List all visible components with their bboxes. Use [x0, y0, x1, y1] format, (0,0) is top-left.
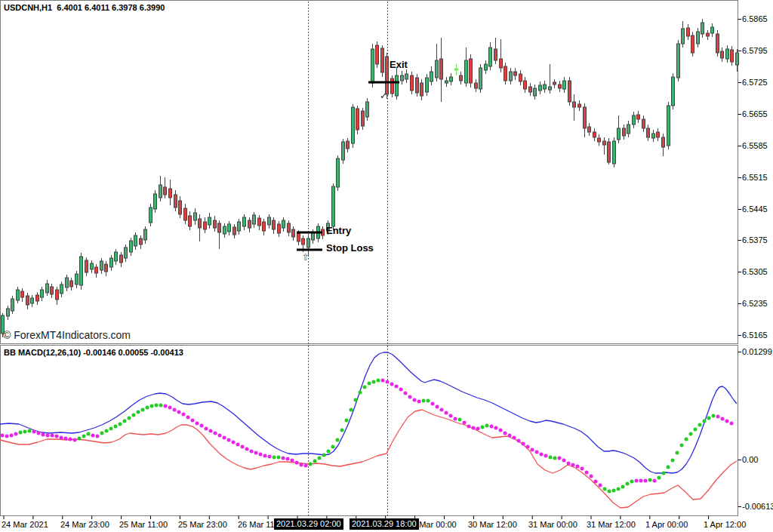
candle-body [337, 158, 340, 187]
price-axis-label: 6.5795 [742, 46, 768, 55]
candle-body [66, 278, 69, 288]
chart-canvas[interactable] [0, 0, 773, 532]
candle-body [405, 74, 408, 79]
bbmacd-dot [685, 438, 688, 441]
candle-body [204, 222, 207, 229]
candle-body [91, 263, 94, 269]
candle-body [633, 115, 636, 125]
bbmacd-dot [64, 437, 68, 441]
bbmacd-dot [42, 433, 45, 437]
candle-body [711, 27, 714, 33]
candle-body [455, 69, 458, 70]
symbol-ohlc-header: USDCNH,H1 6.4001 6.4011 6.3978 6.3990 [4, 3, 165, 12]
bbmacd-dot [60, 436, 63, 440]
bbmacd-dot [28, 429, 32, 433]
bbmacd-dot [345, 419, 349, 423]
candle-body [539, 85, 542, 91]
candle-body [263, 222, 266, 231]
candle-body [159, 185, 162, 198]
bbmacd-dot [196, 422, 199, 426]
price-axis-label: 6.5655 [742, 109, 768, 118]
candle-body [445, 81, 448, 83]
bbmacd-dot [295, 461, 299, 465]
bbmacd-dot [427, 399, 430, 403]
candle-body [154, 194, 157, 209]
candle-body [697, 32, 700, 44]
bbmacd-dot [273, 456, 276, 460]
candle-body [479, 68, 482, 89]
bbmacd-dot [712, 414, 716, 418]
candle-body [494, 49, 497, 60]
bbmacd-dot [19, 431, 23, 435]
candle-body [194, 213, 197, 220]
bbmacd-dot [331, 445, 335, 449]
bbmacd-dot [508, 434, 512, 438]
bbmacd-dot [78, 437, 82, 441]
bbmacd-dot [567, 462, 571, 466]
candle-body [553, 82, 556, 85]
bbmacd-dot [214, 432, 217, 435]
bbmacd-dot [350, 408, 353, 412]
bbmacd-dot [177, 411, 181, 414]
bbmacd-dot [363, 386, 367, 389]
bbmacd-dot [46, 434, 50, 438]
time-axis-label: 31 Mar 12:00 [587, 520, 636, 529]
candle-body [450, 77, 453, 81]
bbmacd-dot [630, 480, 634, 484]
candle-body [115, 252, 118, 261]
bbmacd-dot [476, 427, 480, 431]
time-axis-label: 1 Apr 12:00 [704, 520, 746, 529]
candle-body [401, 75, 404, 81]
indicator-pane [1, 346, 738, 516]
bbmacd-dot [236, 443, 240, 447]
bbmacd-dot [504, 432, 507, 435]
bbmacd-dot [309, 463, 313, 466]
candle-body [95, 267, 98, 273]
candle-body [514, 72, 517, 75]
bbmacd-dot [608, 490, 611, 494]
bbmacd-dot [549, 456, 553, 460]
bbmacd-dot [223, 436, 226, 440]
bbmacd-dot [32, 430, 36, 434]
price-axis-label: 6.5305 [742, 267, 768, 276]
candle-body [510, 72, 513, 81]
exit-check-icon: ✓ [380, 91, 387, 101]
bbmacd-dot [105, 429, 109, 433]
price-axis-label: 6.5515 [742, 173, 768, 182]
bbmacd-dot [417, 400, 421, 404]
price-axis-label: 6.5165 [742, 331, 768, 340]
candle-body [356, 109, 359, 130]
bbmacd-dot [408, 395, 412, 399]
bbmacd-dot [544, 454, 548, 458]
candle-body [70, 281, 73, 287]
candle-body [243, 217, 246, 226]
bbmacd-dot [69, 438, 72, 441]
bbmacd-dot [463, 421, 467, 425]
bbmacd-dot [454, 417, 457, 421]
candle-body [652, 134, 655, 138]
bbmacd-dot [132, 414, 136, 417]
bbmacd-dot [87, 432, 91, 436]
candle-body [613, 141, 616, 164]
price-axis-label: 6.5725 [742, 78, 768, 87]
candle-body [169, 189, 172, 198]
bbmacd-dot [381, 379, 385, 383]
candle-body [504, 66, 507, 81]
candle-body [593, 132, 596, 137]
candle-body [253, 215, 256, 224]
mt4-chart-window: USDCNH,H1 6.4001 6.4011 6.3978 6.3990 © … [0, 0, 773, 532]
time-axis-label: 25 Mar 23:00 [178, 520, 227, 529]
candle-body [460, 75, 463, 81]
bbmacd-dot [259, 453, 263, 457]
bbmacd-dot [155, 404, 159, 407]
candle-body [307, 238, 310, 248]
bbmacd-dot [313, 460, 317, 463]
candle-body [140, 238, 143, 244]
candle-body [707, 33, 710, 36]
indicator-axis-label: 0.01299 [742, 347, 772, 356]
bbmacd-dot [200, 424, 204, 428]
candle-body [366, 102, 369, 117]
bbmacd-dot [227, 438, 231, 442]
candle-body [623, 128, 626, 136]
candle-body [420, 83, 423, 96]
